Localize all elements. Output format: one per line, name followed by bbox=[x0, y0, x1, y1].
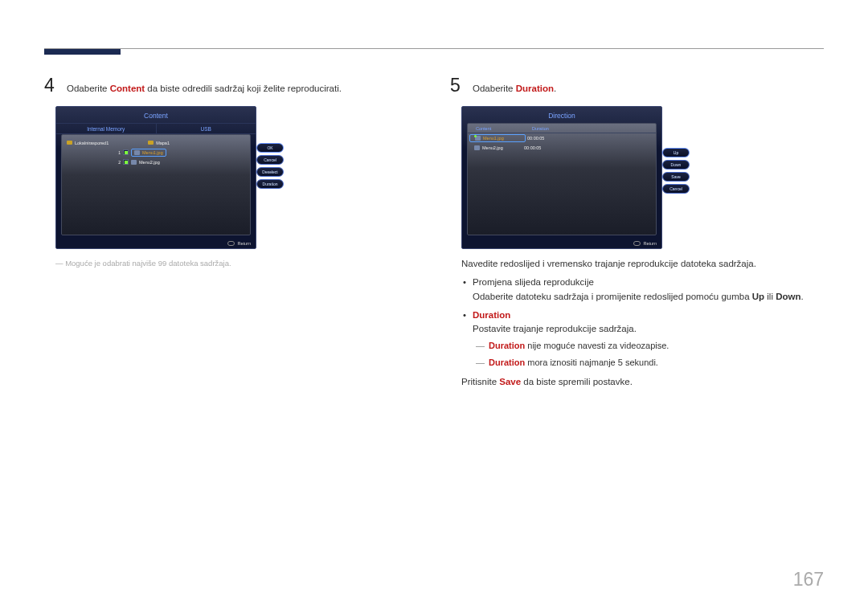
content-panel: Content Internal Memory USB Lokalniraspo… bbox=[55, 106, 256, 249]
step-pre: Odaberite bbox=[473, 84, 516, 93]
subnote-2: Duration mora iznositi najmanje 5 sekund… bbox=[473, 356, 836, 370]
duration-value: 00:00:05 bbox=[524, 145, 564, 150]
bullet-body-pre: Odaberite datoteku sadržaja i promijenit… bbox=[473, 292, 752, 301]
folder-label: Mapa1 bbox=[156, 141, 170, 145]
panel-footer: Return bbox=[227, 239, 251, 248]
cancel-button[interactable]: Cancel bbox=[256, 155, 284, 165]
step-post: . bbox=[554, 84, 556, 93]
col-duration: Duration bbox=[524, 124, 564, 133]
file-highlight: Menu1.jpg bbox=[131, 149, 166, 157]
panel-body-inner: Lokalniraspored1 Mapa1 1 Menu1.jpg bbox=[62, 135, 174, 235]
subnote-1: Duration nije moguće navesti za videozap… bbox=[473, 339, 836, 353]
bullet-mid: ili bbox=[764, 292, 776, 301]
page-number: 167 bbox=[793, 569, 824, 591]
step-keyword: Duration bbox=[516, 84, 554, 93]
deselect-button[interactable]: Deselect bbox=[256, 167, 284, 177]
folder-label: Lokalniraspored1 bbox=[75, 141, 108, 145]
panel-tabs: Internal Memory USB bbox=[56, 123, 256, 134]
return-icon[interactable] bbox=[633, 241, 641, 246]
panel-footer: Return bbox=[633, 239, 657, 248]
folder-local[interactable]: Lokalniraspored1 bbox=[67, 138, 108, 147]
return-label: Return bbox=[643, 241, 657, 246]
header-accent bbox=[44, 48, 121, 55]
subnote-text: mora iznositi najmanje 5 sekundi. bbox=[525, 358, 658, 367]
row-top: Lokalniraspored1 Mapa1 bbox=[67, 138, 170, 147]
subnote-text: nije moguće navesti za videozapise. bbox=[525, 341, 669, 350]
step-number: 5 bbox=[450, 76, 473, 95]
file-name: Menu1.jpg bbox=[142, 150, 163, 155]
down-button[interactable]: Down bbox=[662, 160, 690, 170]
save-post: da biste spremili postavke. bbox=[521, 377, 633, 386]
step-text: Odaberite Duration. bbox=[473, 76, 556, 95]
kw-save: Save bbox=[499, 377, 521, 386]
kw-down: Down bbox=[776, 292, 800, 301]
content-row-1[interactable]: Menu1.jpg 00:00:05 bbox=[468, 133, 656, 143]
step-number: 4 bbox=[44, 76, 67, 95]
checkbox-icon[interactable] bbox=[123, 149, 129, 155]
kw-duration: Duration bbox=[489, 341, 525, 350]
footnote: Moguće je odabrati najviše 99 datoteka s… bbox=[55, 259, 430, 268]
step-post: da biste odredili sadržaj koji želite re… bbox=[145, 84, 342, 93]
folder-icon bbox=[67, 141, 72, 145]
folder-mapa1[interactable]: Mapa1 bbox=[148, 138, 170, 147]
return-icon[interactable] bbox=[227, 241, 235, 246]
content-row-2[interactable]: Menu2.jpg 00:00:05 bbox=[468, 143, 656, 153]
panel-title: Content bbox=[56, 107, 256, 123]
file-name: Menu2.jpg bbox=[139, 160, 160, 165]
bullet-title: Promjena slijeda reprodukcije bbox=[473, 277, 594, 287]
bullet-order: Promjena slijeda reprodukcije Odaberite … bbox=[463, 276, 836, 304]
image-icon bbox=[474, 145, 480, 150]
image-icon bbox=[475, 136, 481, 141]
bullet-duration: Duration Postavite trajanje reprodukcije… bbox=[463, 309, 836, 370]
header-rule bbox=[44, 48, 824, 49]
tab-usb[interactable]: USB bbox=[157, 124, 256, 133]
file-name: Menu2.jpg bbox=[482, 145, 503, 150]
file-index: 1 bbox=[115, 150, 121, 155]
side-buttons: Up Down Save Cancel bbox=[662, 148, 690, 194]
save-button[interactable]: Save bbox=[662, 172, 690, 182]
bullet-body: Postavite trajanje reprodukcije sadržaja… bbox=[473, 324, 637, 333]
bullet-title: Duration bbox=[473, 310, 510, 320]
duration-button[interactable]: Duration bbox=[256, 179, 284, 189]
cancel-button[interactable]: Cancel bbox=[662, 184, 690, 194]
ok-button[interactable]: OK bbox=[256, 143, 284, 153]
up-button[interactable]: Up bbox=[662, 148, 690, 157]
save-instruction: Pritisnite Save da biste spremili postav… bbox=[461, 375, 836, 389]
return-label: Return bbox=[237, 241, 251, 246]
right-column: 5 Odaberite Duration. Direction Content … bbox=[450, 76, 836, 390]
image-icon bbox=[131, 160, 137, 165]
bullet-post: . bbox=[800, 292, 803, 301]
column-headers: Content Duration bbox=[468, 124, 656, 133]
kw-duration: Duration bbox=[489, 358, 525, 367]
bullet-list: Promjena slijeda reprodukcije Odaberite … bbox=[450, 276, 836, 369]
step-pre: Odaberite bbox=[67, 84, 110, 93]
file-index: 2 bbox=[115, 160, 121, 165]
image-icon bbox=[134, 150, 140, 155]
tab-internal-memory[interactable]: Internal Memory bbox=[56, 124, 157, 133]
file-name: Menu1.jpg bbox=[483, 136, 504, 141]
step-keyword: Content bbox=[110, 84, 145, 93]
panel-body: Lokalniraspored1 Mapa1 1 Menu1.jpg bbox=[61, 134, 251, 235]
step-4: 4 Odaberite Content da biste odredili sa… bbox=[44, 76, 430, 95]
file-row-2[interactable]: 2 Menu2.jpg bbox=[67, 157, 170, 166]
panel-body: Content Duration Menu1.jpg 00:00:05 Menu… bbox=[467, 123, 657, 235]
panel-title: Direction bbox=[462, 107, 661, 123]
step-5: 5 Odaberite Duration. bbox=[450, 76, 836, 95]
duration-value: 00:00:05 bbox=[527, 136, 567, 141]
step-text: Odaberite Content da biste odredili sadr… bbox=[67, 76, 342, 95]
checkbox-icon[interactable] bbox=[123, 159, 129, 165]
kw-up: Up bbox=[752, 292, 764, 301]
col-content: Content bbox=[468, 124, 524, 133]
folder-icon bbox=[148, 141, 154, 145]
file-row-1[interactable]: 1 Menu1.jpg bbox=[67, 148, 170, 157]
save-pre: Pritisnite bbox=[461, 377, 499, 386]
left-column: 4 Odaberite Content da biste odredili sa… bbox=[44, 76, 430, 268]
instruction-text: Navedite redoslijed i vremensko trajanje… bbox=[461, 257, 836, 271]
side-buttons: OK Cancel Deselect Duration bbox=[256, 143, 284, 189]
direction-panel: Direction Content Duration Menu1.jpg 00:… bbox=[461, 106, 662, 249]
